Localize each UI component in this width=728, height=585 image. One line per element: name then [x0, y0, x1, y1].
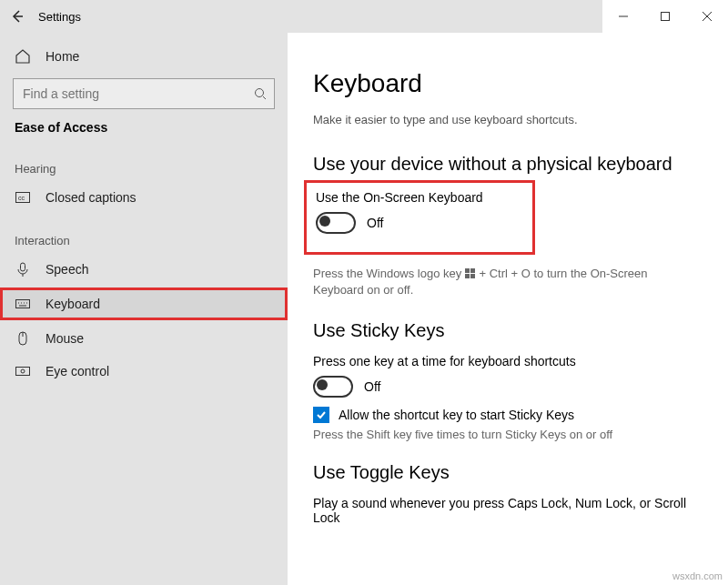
nav-mouse[interactable]: Mouse	[0, 322, 288, 355]
svg-rect-12	[470, 274, 475, 278]
svg-rect-11	[465, 274, 470, 278]
nav-label: Eye control	[46, 364, 109, 378]
watermark: wsxdn.com	[672, 570, 723, 581]
section-device-heading: Use your device without a physical keybo…	[313, 154, 703, 175]
section-toggle-heading: Use Toggle Keys	[313, 462, 703, 483]
sticky-shortcut-label: Allow the shortcut key to start Sticky K…	[339, 408, 574, 422]
checkmark-icon	[315, 408, 328, 421]
onscreen-keyboard-hint: Press the Windows logo key + Ctrl + O to…	[313, 266, 695, 298]
windows-logo-icon	[465, 268, 476, 279]
page-description: Make it easier to type and use keyboard …	[313, 113, 703, 126]
nav-home-label: Home	[46, 49, 79, 64]
page-title: Keyboard	[313, 69, 703, 98]
back-button[interactable]	[0, 0, 35, 33]
nav-speech[interactable]: Speech	[0, 253, 288, 286]
sticky-shortcut-checkbox[interactable]	[313, 407, 329, 423]
minimize-button[interactable]	[602, 0, 644, 33]
content-pane: Keyboard Make it easier to type and use …	[288, 33, 728, 585]
sticky-keys-state: Off	[364, 379, 380, 394]
back-arrow-icon	[10, 9, 25, 24]
toggle-keys-label: Play a sound whenever you press Caps Loc…	[313, 496, 703, 525]
microphone-icon	[15, 261, 31, 277]
category-interaction: Interaction	[0, 214, 288, 253]
eye-icon	[15, 363, 31, 379]
svg-rect-5	[16, 300, 30, 308]
onscreen-keyboard-highlight: Use the On-Screen Keyboard Off	[304, 180, 535, 255]
mouse-icon	[15, 330, 31, 347]
svg-rect-4	[21, 263, 25, 271]
nav-label: Speech	[46, 262, 88, 277]
svg-rect-0	[662, 13, 670, 21]
nav-label: Closed captions	[46, 190, 136, 205]
minimize-icon	[618, 11, 629, 22]
onscreen-keyboard-state: Off	[367, 216, 383, 230]
nav-eye-control[interactable]: Eye control	[0, 355, 288, 388]
nav-label: Keyboard	[46, 297, 100, 311]
sticky-keys-hint: Press the Shift key five times to turn S…	[313, 427, 695, 443]
sidebar: Home Ease of Access Hearing cc Closed ca…	[0, 33, 288, 585]
closed-captions-icon: cc	[15, 189, 31, 206]
search-box[interactable]	[13, 78, 275, 109]
svg-text:cc: cc	[18, 195, 25, 201]
svg-point-1	[256, 89, 264, 97]
home-icon	[15, 48, 31, 65]
svg-rect-10	[470, 268, 475, 273]
nav-label: Mouse	[46, 331, 84, 346]
keyboard-icon	[15, 296, 31, 312]
close-icon	[702, 11, 713, 22]
sticky-keys-toggle[interactable]	[313, 376, 353, 398]
onscreen-keyboard-label: Use the On-Screen Keyboard	[316, 190, 483, 205]
svg-rect-9	[465, 268, 470, 273]
onscreen-keyboard-toggle[interactable]	[316, 212, 356, 234]
nav-home[interactable]: Home	[0, 40, 288, 73]
window-title: Settings	[38, 10, 81, 24]
maximize-icon	[660, 11, 671, 22]
nav-keyboard[interactable]: Keyboard	[0, 287, 288, 320]
sticky-keys-label: Press one key at a time for keyboard sho…	[313, 354, 703, 368]
svg-point-8	[21, 369, 25, 373]
section-sticky-heading: Use Sticky Keys	[313, 320, 703, 341]
svg-rect-7	[16, 368, 30, 376]
search-input[interactable]	[21, 86, 254, 102]
close-button[interactable]	[686, 0, 728, 33]
search-icon	[254, 87, 267, 100]
nav-closed-captions[interactable]: cc Closed captions	[0, 181, 288, 214]
breadcrumb: Ease of Access	[0, 111, 288, 142]
category-hearing: Hearing	[0, 142, 288, 181]
title-bar: Settings	[0, 0, 728, 33]
maximize-button[interactable]	[644, 0, 686, 33]
